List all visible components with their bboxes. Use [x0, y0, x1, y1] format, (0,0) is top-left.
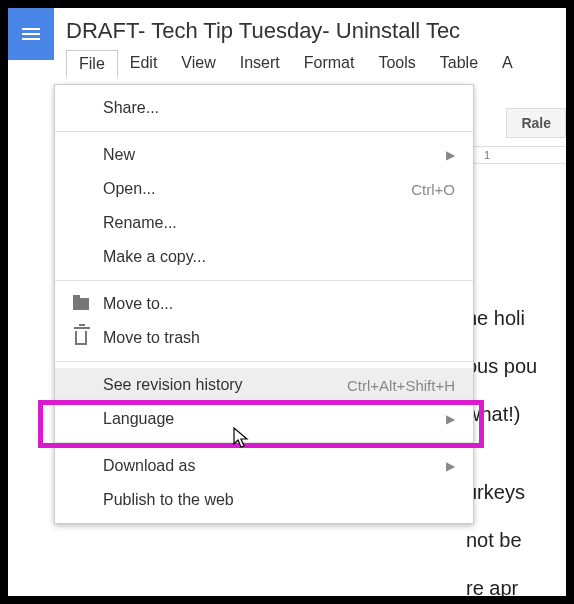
font-selector[interactable]: Rale	[506, 108, 566, 138]
menu-item-language[interactable]: Language ▶	[55, 402, 473, 436]
new-label: New	[103, 146, 430, 164]
menu-addons[interactable]: A	[490, 50, 525, 77]
menu-item-rename[interactable]: Rename...	[55, 206, 473, 240]
language-label: Language	[103, 410, 430, 428]
publish-label: Publish to the web	[103, 491, 455, 509]
trash-icon	[69, 331, 93, 345]
separator	[55, 361, 473, 362]
app-menu-button[interactable]	[8, 8, 54, 60]
document-title[interactable]: DRAFT- Tech Tip Tuesday- Uninstall Tec	[66, 18, 566, 44]
menu-item-revision-history[interactable]: See revision history Ctrl+Alt+Shift+H	[55, 368, 473, 402]
open-label: Open...	[103, 180, 395, 198]
folder-icon	[69, 298, 93, 310]
make-copy-label: Make a copy...	[103, 248, 455, 266]
document-body: he holi ous pou what!) urkeys not be re …	[466, 173, 566, 596]
share-label: Share...	[103, 99, 455, 117]
hamburger-icon	[22, 25, 40, 43]
menu-insert[interactable]: Insert	[228, 50, 292, 77]
menu-view[interactable]: View	[169, 50, 227, 77]
menu-item-share[interactable]: Share...	[55, 91, 473, 125]
menu-item-open[interactable]: Open... Ctrl+O	[55, 172, 473, 206]
menu-item-move-trash[interactable]: Move to trash	[55, 321, 473, 355]
menu-item-move-to[interactable]: Move to...	[55, 287, 473, 321]
move-to-label: Move to...	[103, 295, 455, 313]
open-shortcut: Ctrl+O	[411, 181, 455, 198]
download-label: Download as	[103, 457, 430, 475]
file-dropdown: Share... New ▶ Open... Ctrl+O Rename... …	[54, 84, 474, 524]
menu-format[interactable]: Format	[292, 50, 367, 77]
menu-tools[interactable]: Tools	[366, 50, 427, 77]
separator	[55, 131, 473, 132]
separator	[55, 442, 473, 443]
chevron-right-icon: ▶	[446, 148, 455, 162]
menu-file[interactable]: File	[66, 50, 118, 77]
ruler: 1	[466, 146, 566, 164]
menu-item-download[interactable]: Download as ▶	[55, 449, 473, 483]
move-trash-label: Move to trash	[103, 329, 455, 347]
menu-item-new[interactable]: New ▶	[55, 138, 473, 172]
revision-label: See revision history	[103, 376, 331, 394]
revision-shortcut: Ctrl+Alt+Shift+H	[347, 377, 455, 394]
rename-label: Rename...	[103, 214, 455, 232]
menubar: File Edit View Insert Format Tools Table…	[66, 50, 566, 77]
chevron-right-icon: ▶	[446, 459, 455, 473]
chevron-right-icon: ▶	[446, 412, 455, 426]
menu-item-publish[interactable]: Publish to the web	[55, 483, 473, 517]
separator	[55, 280, 473, 281]
menu-edit[interactable]: Edit	[118, 50, 170, 77]
menu-table[interactable]: Table	[428, 50, 490, 77]
menu-item-make-copy[interactable]: Make a copy...	[55, 240, 473, 274]
